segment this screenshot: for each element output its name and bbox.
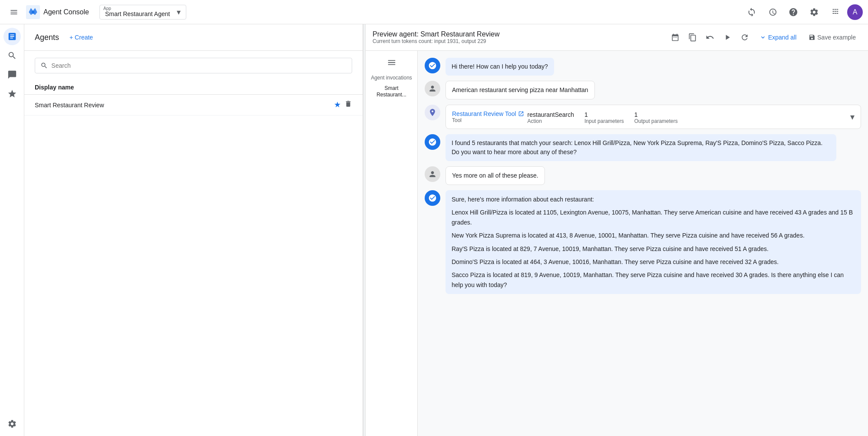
app-name: Smart Restaurant Agent [105, 10, 170, 17]
sync-icon-btn[interactable] [743, 3, 760, 21]
table-header: Display name [24, 80, 363, 95]
logo: Agent Console [26, 5, 89, 19]
left-sidebar [0, 24, 24, 436]
settings-icon-btn[interactable] [805, 3, 823, 21]
agent-message-long: Sure, here's more information about each… [446, 190, 861, 294]
svg-point-1 [32, 10, 34, 13]
preview-title-area: Preview agent: Smart Restaurant Review C… [373, 30, 500, 44]
copy-btn[interactable] [685, 30, 700, 45]
message-row: Yes more on all of these please. [425, 166, 861, 185]
logo-text: Agent Console [43, 8, 89, 16]
agent-actions: ★ [334, 100, 352, 110]
tool-card-header: Restaurant Review Tool Tool restaurantSe… [452, 109, 855, 124]
app-selector[interactable]: App Smart Restaurant Agent ▾ [99, 5, 186, 20]
message-row: Sure, here's more information about each… [425, 190, 861, 294]
agent-row[interactable]: Smart Restaurant Review ★ [24, 95, 363, 116]
agents-header: Agents + Create [24, 24, 363, 51]
external-link-icon [518, 111, 524, 117]
preview-toolbar: Expand all Save example [667, 30, 861, 45]
sidebar-item-settings[interactable] [3, 415, 21, 433]
tool-output-params: 1 Output parameters [634, 111, 678, 124]
long-message-p1: Lenox Hill Grill/Pizza is located at 110… [452, 208, 855, 227]
agent-avatar [425, 134, 440, 150]
topbar: Agent Console App Smart Restaurant Agent… [0, 0, 868, 24]
expand-all-label: Expand all [768, 34, 796, 41]
display-name-header: Display name [35, 84, 74, 91]
search-box [35, 58, 352, 73]
invocations-sidebar: Agent invocations Smart Restaurant... [366, 51, 418, 436]
search-icon [40, 62, 48, 69]
agent-message-1: Hi there! How can I help you today? [446, 58, 554, 76]
long-message-p3: Ray'S Pizza is located at 829, 7 Avenue,… [452, 244, 855, 254]
play-btn[interactable] [719, 30, 735, 45]
agents-title: Agents [35, 33, 59, 42]
app-label: App [103, 6, 111, 11]
message-row: Hi there! How can I help you today? [425, 58, 861, 76]
refresh-btn[interactable] [737, 30, 752, 45]
user-message-1: American restaurant serving pizza near M… [446, 81, 595, 99]
sidebar-item-agents[interactable] [3, 28, 21, 45]
tool-avatar [425, 105, 440, 120]
preview-title: Preview agent: Smart Restaurant Review [373, 30, 500, 38]
star-icon[interactable]: ★ [334, 100, 341, 110]
tool-details: restaurantSearch Action 1 Input paramete… [528, 111, 678, 124]
menu-icon[interactable] [5, 3, 23, 21]
user-message-2: Yes more on all of these please. [446, 166, 545, 185]
help-icon-btn[interactable] [785, 3, 802, 21]
create-button[interactable]: + Create [66, 31, 96, 43]
tool-card: Restaurant Review Tool Tool restaurantSe… [446, 105, 861, 129]
topbar-actions: A [743, 3, 863, 21]
main-content: Agents + Create Display name Smart Resta… [24, 24, 868, 436]
sidebar-item-favorites[interactable] [3, 85, 21, 102]
expand-all-button[interactable]: Expand all [754, 31, 802, 43]
agent-avatar [425, 190, 440, 206]
agent-message-2: I found 5 restaurants that match your se… [446, 134, 836, 161]
sidebar-item-search[interactable] [3, 47, 21, 64]
long-message-p2: New York Pizza Suprema is located at 413… [452, 231, 855, 240]
invocations-item[interactable]: Smart Restaurant... [369, 85, 414, 99]
save-example-button[interactable]: Save example [803, 31, 861, 43]
user-avatar [425, 81, 440, 96]
tool-expand-icon[interactable]: ▾ [850, 112, 855, 122]
token-count-btn[interactable] [667, 30, 683, 45]
message-row: American restaurant serving pizza near M… [425, 81, 861, 99]
tool-type: Tool [452, 117, 524, 123]
user-avatar [425, 166, 440, 182]
tool-name: Restaurant Review Tool [452, 110, 524, 117]
message-row: Restaurant Review Tool Tool restaurantSe… [425, 105, 861, 129]
agent-name: Smart Restaurant Review [35, 102, 334, 109]
preview-panel: Preview agent: Smart Restaurant Review C… [366, 24, 868, 436]
agents-panel: Agents + Create Display name Smart Resta… [24, 24, 363, 436]
preview-header: Preview agent: Smart Restaurant Review C… [366, 24, 868, 51]
agent-avatar [425, 58, 440, 73]
avatar[interactable]: A [847, 4, 863, 20]
delete-icon[interactable] [344, 100, 352, 110]
preview-subtitle: Current turn tokens count: input 1931, o… [373, 38, 500, 44]
long-message-p4: Domino'S Pizza is located at 464, 3 Aven… [452, 257, 855, 267]
history-icon-btn[interactable] [764, 3, 781, 21]
dropdown-icon: ▾ [177, 7, 181, 17]
chat-container: Agent invocations Smart Restaurant... Hi… [366, 51, 868, 436]
tool-input-params: 1 Input parameters [584, 111, 624, 124]
save-example-label: Save example [817, 34, 856, 41]
message-row: I found 5 restaurants that match your se… [425, 134, 861, 161]
sidebar-item-conversations[interactable] [3, 66, 21, 83]
invocations-label: Agent invocations [371, 75, 412, 82]
undo-btn[interactable] [702, 30, 718, 45]
search-input[interactable] [51, 62, 347, 69]
chat-messages: Hi there! How can I help you today? Amer… [418, 51, 868, 436]
long-message-p5: Sacco Pizza is located at 819, 9 Avenue,… [452, 270, 855, 290]
tool-action: restaurantSearch Action [528, 111, 574, 124]
grid-icon-btn[interactable] [826, 3, 844, 21]
invocations-menu-icon[interactable] [387, 58, 396, 69]
long-message-intro: Sure, here's more information about each… [452, 195, 855, 204]
